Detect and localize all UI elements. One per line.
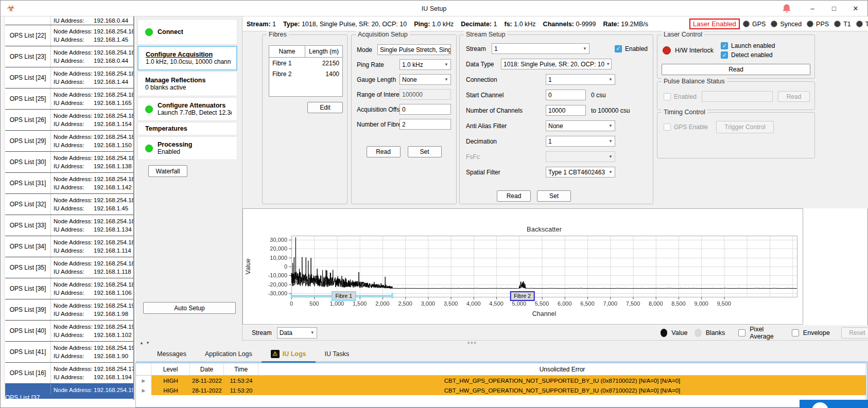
- auto-setup-button[interactable]: Auto Setup: [143, 302, 236, 314]
- stream-dropdown[interactable]: 1▼: [492, 43, 589, 54]
- ops-list-item[interactable]: OPS List [35]Node Address:192.168.254.18…: [5, 257, 133, 278]
- action-item[interactable]: Connect: [137, 19, 237, 45]
- acquisition-read-button[interactable]: Read: [367, 146, 401, 157]
- chevron-down-icon: ▼: [443, 62, 448, 67]
- ops-list-item[interactable]: OPS List [32]Node Address:192.168.254.18…: [5, 194, 133, 215]
- action-item[interactable]: Configure Acquisition1.0 kHz, 10.0csu, 1…: [137, 46, 237, 70]
- fibre-row[interactable]: Fibre 122150: [269, 58, 342, 68]
- launch-enabled-checkbox[interactable]: ✓ Launch enabled: [721, 42, 775, 49]
- mode-field[interactable]: Single Pulse Stretch, Single Wavelengt: [377, 44, 451, 55]
- fibres-col-name: Name: [269, 46, 305, 57]
- laser-read-button[interactable]: Read: [662, 64, 810, 75]
- row-expander-icon[interactable]: ▶: [136, 385, 151, 395]
- checkbox-checked-icon: ✓: [721, 42, 728, 49]
- checkbox-unchecked-icon: [664, 93, 671, 100]
- row-expander-icon[interactable]: ▶: [136, 376, 151, 385]
- ops-item-name: OPS List [22]: [5, 25, 50, 46]
- dropdown-field[interactable]: 1.0 kHz▼: [400, 59, 451, 70]
- ops-list-item[interactable]: OPS List [29]Node Address:192.168.254.18…: [5, 131, 133, 152]
- log-row[interactable]: ▶HIGH28-11-202211:53:20CBT_HW_GPS_OPERAT…: [136, 385, 866, 395]
- ops-item-name: OPS List [29]: [5, 131, 50, 151]
- indicator-synced: Synced: [771, 21, 802, 28]
- text-field[interactable]: 0: [400, 104, 451, 115]
- ops-list-item-selected[interactable]: OPS List [37, 38] Node Address:192.168.2…: [5, 384, 133, 399]
- tab-messages[interactable]: Messages: [148, 346, 196, 361]
- blanks-radio[interactable]: [695, 329, 701, 337]
- ops-list-item[interactable]: OPS List [26]Node Address:192.168.254.18…: [5, 110, 133, 131]
- ops-list-item[interactable]: OPS List [24]Node Address:192.168.254.18…: [5, 67, 133, 88]
- maximize-button[interactable]: □: [823, 1, 845, 16]
- ops-list-item[interactable]: OPS List [34]Node Address:192.168.254.18…: [5, 236, 133, 257]
- tab-iu-logs[interactable]: ⚠IU Logs: [262, 346, 316, 361]
- field-label: Number of Fibres: [357, 121, 400, 128]
- tab-iu-tasks[interactable]: IU Tasks: [316, 346, 359, 361]
- log-col-date[interactable]: Date: [190, 363, 224, 375]
- action-item[interactable]: Temperatures: [137, 122, 237, 135]
- splitter-grip-icon[interactable]: •••: [467, 340, 477, 347]
- dropdown-field[interactable]: None▼: [546, 120, 615, 131]
- reset-button: Reset: [841, 327, 868, 339]
- ops-list-item[interactable]: OPS List [30]Node Address:192.168.254.18…: [5, 152, 133, 173]
- stream-read-button[interactable]: Read: [497, 190, 531, 202]
- text-field[interactable]: 2: [400, 119, 451, 130]
- ops-list-item[interactable]: OPS List [16]Node Address:192.168.254.17…: [5, 363, 133, 384]
- ops-list-item[interactable]: OPS List [36]Node Address:192.168.254.18…: [5, 278, 133, 299]
- stream-set-button[interactable]: Set: [537, 190, 571, 202]
- fibres-edit-button[interactable]: Edit: [307, 102, 343, 113]
- log-row[interactable]: ▶HIGH28-11-202211:53:24CBT_HW_GPS_OPERAT…: [136, 376, 866, 385]
- log-col-time[interactable]: Time: [224, 363, 258, 375]
- stream-label: Stream: [466, 45, 492, 52]
- ops-list-item[interactable]: OPS List [40]Node Address:192.168.254.19…: [5, 321, 133, 342]
- minimize-button[interactable]: –: [802, 1, 823, 16]
- dropdown-field[interactable]: Type 1 CBT4602463▼: [546, 167, 615, 178]
- log-col-message[interactable]: Unsolicited Error: [258, 363, 866, 375]
- log-col-level[interactable]: Level: [151, 363, 190, 375]
- action-item[interactable]: ProcessingEnabled: [137, 136, 237, 160]
- envelope-checkbox[interactable]: [792, 329, 799, 336]
- title-bar: ☣ IU Setup – □ ✕: [1, 1, 867, 16]
- chevron-down-icon: ▼: [581, 46, 587, 51]
- field-label: Acquisition Offset (CSU): [357, 106, 400, 113]
- acquisition-set-button[interactable]: Set: [408, 146, 442, 157]
- chart-stream-dropdown[interactable]: Data▼: [277, 327, 317, 339]
- field-label: Range of Interest (CSU): [357, 91, 400, 98]
- ops-list-item[interactable]: OPS List [41]Node Address:192.168.254.19…: [5, 342, 133, 363]
- acquisition-field-row: Acquisition Offset (CSU)0: [357, 104, 451, 115]
- action-item[interactable]: Manage Reflections0 blanks active: [137, 72, 237, 96]
- fibres-table[interactable]: Name Length (m) Fibre 122150Fibre 21400: [269, 45, 343, 97]
- notification-bell-icon[interactable]: [781, 3, 792, 14]
- fibre-row[interactable]: Fibre 21400: [269, 68, 342, 79]
- dropdown-field[interactable]: None▼: [400, 74, 451, 85]
- pixel-average-checkbox[interactable]: [738, 329, 745, 336]
- ops-list-item[interactable]: OPS List [39]Node Address:192.168.254.19…: [5, 299, 133, 321]
- stream-enabled-checkbox[interactable]: ✓ Enabled: [615, 45, 648, 52]
- notification-popup[interactable]: [800, 400, 868, 408]
- setup-area: Fibres Name Length (m) Fibre 122150Fibre…: [242, 31, 868, 208]
- chevron-down-icon: ▼: [309, 330, 315, 335]
- tab-application-logs[interactable]: Application Logs: [196, 346, 262, 361]
- close-button[interactable]: ✕: [845, 1, 866, 16]
- action-subtitle: 0 blanks active: [145, 84, 205, 91]
- dropdown-field[interactable]: 1▼: [546, 136, 615, 147]
- field-label: Decimation: [466, 138, 546, 145]
- waterfall-button[interactable]: Waterfall: [148, 165, 187, 177]
- ops-list-item[interactable]: OPS List [22]Node Address:192.168.254.18…: [5, 25, 133, 46]
- dropdown-field[interactable]: 1▼: [546, 74, 615, 85]
- pulse-enabled-checkbox: Enabled: [664, 93, 697, 100]
- ops-list-item[interactable]: OPS List [31]Node Address:192.168.254.18…: [5, 173, 133, 194]
- value-radio[interactable]: [661, 329, 667, 337]
- detect-enabled-checkbox[interactable]: ✓ Detect enabled: [721, 51, 775, 59]
- ops-list-item[interactable]: OPS List [23]Node Address:192.168.254.18…: [5, 46, 133, 67]
- ops-list-item-partial[interactable]: IU Address:192.168.0.44: [5, 16, 133, 25]
- bottom-tabs-bar: MessagesApplication Logs⚠IU LogsIU Tasks: [135, 346, 868, 363]
- action-item[interactable]: Configure AttenuatorsLaunch 7.7dB, Detec…: [137, 97, 237, 121]
- backscatter-chart[interactable]: [243, 209, 803, 324]
- pulse-read-button: Read: [778, 91, 810, 102]
- panel-splitter[interactable]: ▲▼ •••: [135, 341, 868, 346]
- dropdown-field[interactable]: 1018: Single Pulse, SR: 20, OCP: 10▼: [501, 59, 612, 69]
- ops-list-item[interactable]: OPS List [25]Node Address:192.168.254.18…: [5, 88, 133, 110]
- splitter-collapse-icons[interactable]: ▲▼: [140, 341, 152, 345]
- ops-list-item[interactable]: OPS List [33]Node Address:192.168.254.18…: [5, 215, 133, 236]
- text-field[interactable]: 0: [546, 90, 586, 100]
- text-field[interactable]: 10000: [546, 105, 586, 116]
